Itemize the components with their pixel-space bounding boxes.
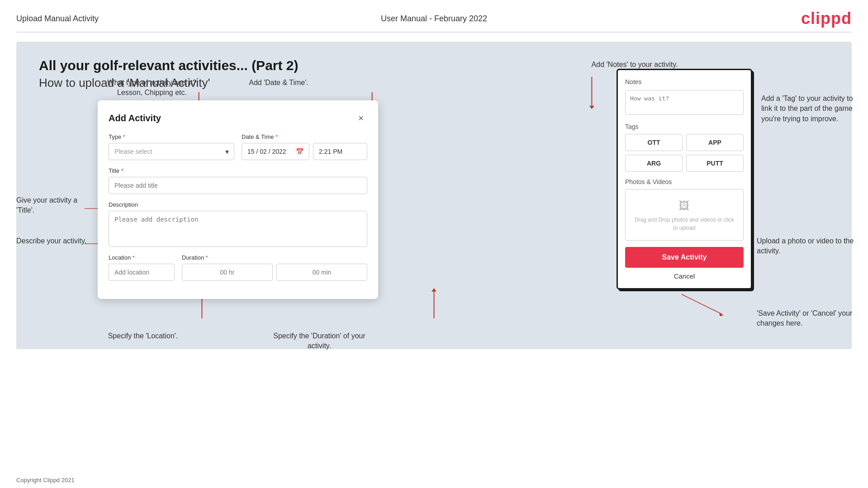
svg-marker-12 (432, 288, 436, 292)
photos-label: Photos & Videos (625, 178, 744, 185)
type-label: Type * (109, 133, 234, 140)
annotation-date-time: Add 'Date & Time'. (238, 78, 319, 88)
duration-min-input[interactable] (276, 264, 367, 281)
duration-group: Duration * (182, 254, 367, 281)
page-title: Upload Manual Activity (16, 14, 99, 24)
annotation-description: Describe your activity. (16, 236, 89, 246)
description-label: Description (109, 201, 367, 208)
type-datetime-row: Type * Please select Date & Time * 15 / … (109, 133, 367, 160)
modal-title: Add Activity (109, 113, 161, 123)
notes-textarea[interactable] (625, 90, 744, 115)
annotation-save: 'Save Activity' or 'Cancel' your changes… (757, 308, 856, 329)
title-group: Title * (109, 167, 367, 194)
photos-drop-zone[interactable]: 🖼 Drag and Drop photos and videos or cli… (625, 189, 744, 241)
annotation-title: Give your activity a 'Title'. (16, 195, 84, 216)
tag-arg[interactable]: ARG (625, 155, 683, 172)
right-panel: Notes Tags OTT APP ARG PUTT Photos & Vid… (617, 69, 752, 289)
description-textarea[interactable] (109, 211, 367, 247)
add-activity-modal: Add Activity × Type * Please select Date… (98, 100, 378, 299)
title-input[interactable] (109, 177, 367, 194)
tag-app[interactable]: APP (686, 134, 744, 151)
photos-drag-text: Drag and Drop photos and videos or click… (634, 216, 735, 232)
annotation-tag: Add a 'Tag' to your activity to link it … (761, 94, 856, 124)
description-group: Description (109, 201, 367, 247)
location-duration-row: Location * Duration * (109, 254, 367, 281)
main-content: All your golf-relevant activities... (Pa… (16, 42, 852, 349)
cancel-link[interactable]: Cancel (625, 272, 744, 280)
tag-putt[interactable]: PUTT (686, 155, 744, 172)
annotation-location: Specify the 'Location'. (98, 331, 188, 341)
photo-icon: 🖼 (634, 198, 735, 214)
datetime-group: Date & Time * 15 / 02 / 2022 📅 2:21 PM (242, 133, 367, 160)
footer: Copyright Clippd 2021 (16, 477, 75, 483)
type-select-wrapper: Please select (109, 143, 234, 160)
close-button[interactable]: × (355, 111, 367, 125)
annotation-duration: Specify the 'Duration' of your activity. (270, 331, 369, 351)
svg-marker-20 (719, 313, 724, 316)
divider (16, 32, 852, 33)
copyright-text: Copyright Clippd 2021 (16, 477, 75, 483)
notes-label: Notes (625, 78, 744, 85)
modal-header: Add Activity × (109, 111, 367, 125)
location-input[interactable] (109, 264, 175, 281)
top-bar: Upload Manual Activity User Manual - Feb… (0, 0, 868, 32)
annotation-activity-type: What type of activity was it? Lesson, Ch… (107, 78, 197, 98)
date-input[interactable]: 15 / 02 / 2022 📅 (242, 143, 309, 160)
tags-grid: OTT APP ARG PUTT (625, 134, 744, 172)
time-input[interactable]: 2:21 PM (313, 143, 367, 160)
save-activity-button[interactable]: Save Activity (625, 247, 744, 268)
manual-subtitle: User Manual - February 2022 (381, 14, 487, 24)
duration-hr-input[interactable] (182, 264, 273, 281)
location-group: Location * (109, 254, 175, 281)
duration-row (182, 264, 367, 281)
svg-line-19 (682, 294, 722, 314)
logo: clippd (801, 9, 852, 28)
duration-label: Duration * (182, 254, 367, 261)
date-time-row: 15 / 02 / 2022 📅 2:21 PM (242, 143, 367, 160)
annotation-photo: Upload a photo or video to the activity. (757, 236, 856, 256)
title-label: Title * (109, 167, 367, 174)
svg-marker-14 (589, 106, 594, 109)
type-group: Type * Please select (109, 133, 234, 160)
tags-label: Tags (625, 123, 744, 130)
datetime-label: Date & Time * (242, 133, 367, 140)
location-label: Location * (109, 254, 175, 261)
calendar-icon: 📅 (296, 148, 304, 155)
tag-ott[interactable]: OTT (625, 134, 683, 151)
type-select[interactable]: Please select (109, 143, 234, 160)
